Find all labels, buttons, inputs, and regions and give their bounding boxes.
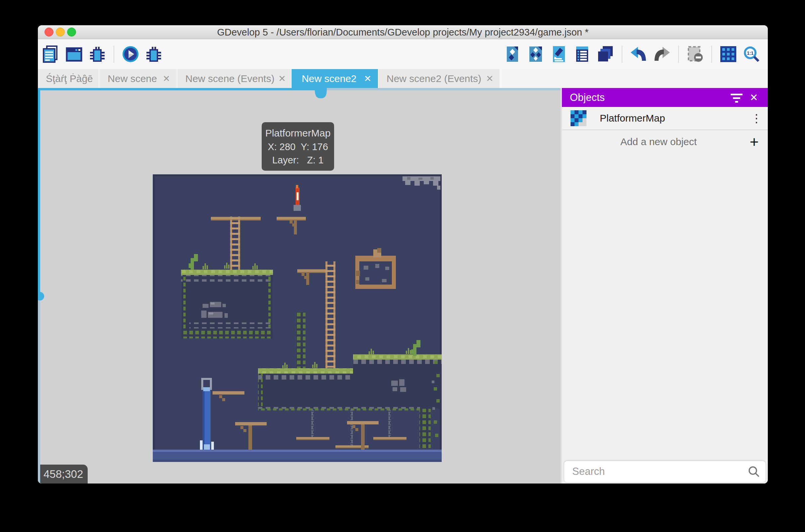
tab-new-scene2-events[interactable]: New scene2 (Events) ✕	[379, 69, 500, 88]
title-bar: GDevelop 5 - /Users/florian/Documents/GD…	[38, 25, 768, 39]
window-title: GDevelop 5 - /Users/florian/Documents/GD…	[38, 25, 768, 39]
tab-close-icon[interactable]: ✕	[161, 73, 172, 84]
undo-icon[interactable]	[630, 45, 648, 63]
search-icon	[748, 465, 760, 478]
grid-icon[interactable]	[719, 45, 737, 63]
gdevelop-window: GDevelop 5 - /Users/florian/Documents/GD…	[38, 25, 768, 483]
panel-drag-handle-icon[interactable]	[315, 88, 327, 99]
search-input[interactable]	[572, 465, 748, 478]
add-object-plus-icon[interactable]: +	[747, 133, 762, 151]
toolbar-left-group	[42, 39, 163, 69]
object-list-item[interactable]: PlatformerMap ⋮	[562, 107, 768, 130]
filter-icon[interactable]	[727, 91, 746, 104]
objects-panel-header: Objects ✕	[562, 88, 768, 107]
project-manager-icon[interactable]	[42, 45, 60, 63]
scene-window-icon[interactable]	[65, 45, 83, 63]
tooltip-layer: Layer: Z: 1	[264, 153, 331, 167]
tooltip-object-name: PlatformerMap	[264, 126, 331, 140]
toolbar-separator	[711, 45, 712, 63]
debugger-icon[interactable]	[88, 45, 106, 63]
scene-tab-bar: Śţàŕţ Ṗàĝē New scene ✕ New scene (Events…	[38, 69, 768, 88]
tab-close-icon[interactable]: ✕	[277, 73, 286, 84]
objects-panel-title: Objects	[570, 92, 727, 103]
tab-start-page[interactable]: Śţàŕţ Ṗàĝē	[38, 69, 99, 88]
object-thumbnail	[571, 110, 587, 126]
content-area: PlatformerMap X: 280 Y: 176 Layer: Z: 1 …	[38, 88, 768, 483]
instances-list-icon[interactable]	[573, 45, 591, 63]
layers-icon[interactable]	[596, 45, 614, 63]
tab-new-scene2[interactable]: New scene2 ✕	[292, 69, 379, 88]
redo-icon[interactable]	[653, 45, 671, 63]
objects-panel: Objects ✕ PlatformerMap ⋮ Add a new obje…	[562, 88, 768, 483]
tab-new-scene-events[interactable]: New scene (Events) ✕	[177, 69, 292, 88]
panel-border-top	[38, 88, 321, 90]
object-search-box	[564, 461, 766, 482]
object-groups-icon[interactable]	[527, 45, 544, 63]
main-toolbar: 1:1	[38, 39, 768, 69]
objects-editor-icon[interactable]	[503, 45, 521, 63]
panel-drag-circle-handle[interactable]	[38, 292, 44, 301]
toolbar-separator	[622, 45, 622, 63]
screen: GDevelop 5 - /Users/florian/Documents/GD…	[0, 0, 805, 532]
tab-close-icon[interactable]: ✕	[362, 73, 373, 84]
instance-tooltip: PlatformerMap X: 280 Y: 176 Layer: Z: 1	[262, 122, 334, 171]
tab-new-scene[interactable]: New scene ✕	[99, 69, 177, 88]
object-name: PlatformerMap	[600, 113, 750, 124]
svg-text:1:1: 1:1	[747, 51, 753, 56]
preview-play-button[interactable]	[121, 45, 139, 63]
debug-run-icon[interactable]	[145, 45, 163, 63]
mask-visibility-icon[interactable]	[686, 45, 704, 63]
properties-icon[interactable]	[550, 45, 568, 63]
toolbar-right-group: 1:1	[503, 39, 761, 69]
add-object-label: Add a new object	[571, 136, 747, 148]
scene-canvas[interactable]: PlatformerMap X: 280 Y: 176 Layer: Z: 1 …	[38, 88, 560, 483]
zoom-original-icon[interactable]: 1:1	[743, 45, 761, 63]
panel-border-left	[38, 88, 40, 296]
toolbar-separator	[114, 45, 114, 63]
toolbar-separator	[678, 45, 679, 63]
tab-close-icon[interactable]: ✕	[484, 73, 495, 84]
object-menu-icon[interactable]: ⋮	[750, 112, 763, 125]
panel-border-top-pale	[321, 88, 560, 90]
tooltip-position: X: 280 Y: 176	[264, 140, 331, 153]
panel-border-left-pale	[38, 296, 40, 483]
cursor-coordinates-badge: 458;302	[40, 464, 88, 483]
add-object-row[interactable]: Add a new object +	[562, 131, 768, 153]
panel-close-icon[interactable]: ✕	[746, 92, 762, 103]
platformer-map-instance[interactable]	[153, 174, 442, 462]
